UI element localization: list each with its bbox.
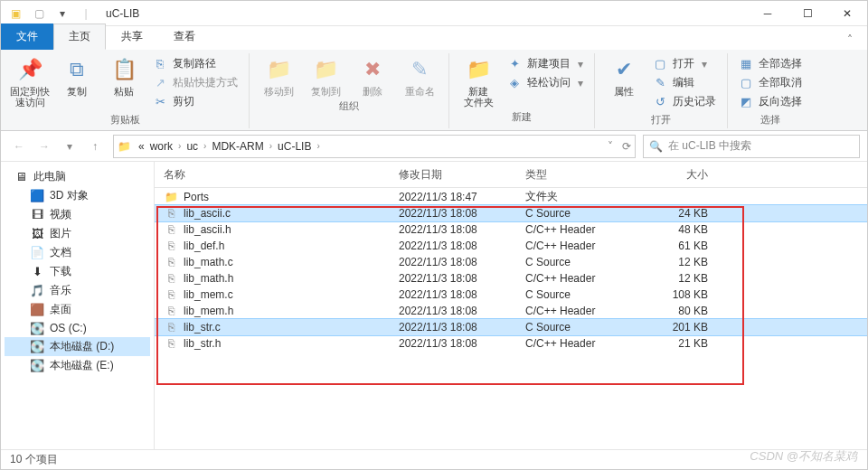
tab-view[interactable]: 查看 xyxy=(158,24,211,50)
search-box[interactable]: 🔍 在 uC-LIB 中搜索 xyxy=(643,135,860,158)
copy-to-button[interactable]: 📁复制到 xyxy=(304,53,347,97)
back-button[interactable]: ← xyxy=(8,136,30,157)
crumb-seg[interactable]: uC-LIB xyxy=(276,140,313,153)
tree-icon: 💽 xyxy=(30,321,44,335)
group-label: 剪贴板 xyxy=(110,110,140,128)
easy-icon: ◈ xyxy=(507,76,522,90)
crumb-seg[interactable]: work xyxy=(148,140,175,153)
breadcrumb[interactable]: 📁 « work› uc› MDK-ARM› uC-LIB› ˅ ⟳ xyxy=(113,135,636,158)
paste-button[interactable]: 📋 粘贴 xyxy=(102,53,146,97)
tree-node[interactable]: 📄文档 xyxy=(5,243,150,262)
file-date: 2022/11/3 18:08 xyxy=(399,288,525,301)
file-row[interactable]: ⎘lib_mem.h2022/11/3 18:08C/C++ Header80 … xyxy=(155,303,867,319)
file-type: C/C++ Header xyxy=(525,305,652,317)
select-none-button[interactable]: ▢全部取消 xyxy=(735,74,806,91)
tree-node[interactable]: 🟫桌面 xyxy=(5,300,150,319)
col-size[interactable]: 大小 xyxy=(652,167,733,183)
forward-button[interactable]: → xyxy=(33,136,55,157)
paste-shortcut-button[interactable]: ↗粘贴快捷方式 xyxy=(149,74,241,91)
status-bar: 10 个项目 xyxy=(1,449,867,469)
col-date[interactable]: 修改日期 xyxy=(399,167,525,183)
tree-node[interactable]: ⬇下载 xyxy=(5,262,150,281)
up-button[interactable]: ↑ xyxy=(84,136,106,157)
col-name[interactable]: 名称 xyxy=(164,167,399,183)
invert-selection-button[interactable]: ◩反向选择 xyxy=(735,93,806,110)
file-row[interactable]: ⎘lib_ascii.c2022/11/3 18:08C Source24 KB xyxy=(155,205,867,221)
qat-dropdown-icon[interactable]: ▾ xyxy=(53,5,71,23)
group-organize: 📁移动到 📁复制到 ✖删除 ✎重命名 组织 xyxy=(250,53,449,128)
group-select: ▦全部选择 ▢全部取消 ◩反向选择 选择 xyxy=(728,53,813,128)
tree-node[interactable]: 💽本地磁盘 (D:) xyxy=(5,337,150,356)
delete-button[interactable]: ✖删除 xyxy=(351,53,394,97)
file-row[interactable]: ⎘lib_def.h2022/11/3 18:08C/C++ Header61 … xyxy=(155,238,867,254)
maximize-button[interactable]: ☐ xyxy=(788,1,827,26)
refresh-icon[interactable]: ⟳ xyxy=(622,140,631,153)
new-item-button[interactable]: ✦新建项目▾ xyxy=(504,55,587,72)
tree-icon: 📄 xyxy=(30,246,44,260)
folder-icon: ▣ xyxy=(6,5,24,23)
ribbon-collapse-icon[interactable]: ˄ xyxy=(833,30,867,50)
file-icon: ⎘ xyxy=(164,255,178,269)
easy-access-button[interactable]: ◈轻松访问▾ xyxy=(504,74,587,91)
tree-node[interactable]: 🎵音乐 xyxy=(5,281,150,300)
col-type[interactable]: 类型 xyxy=(525,167,652,183)
tree-node[interactable]: 💽OS (C:) xyxy=(5,319,150,337)
file-row[interactable]: ⎘lib_str.c2022/11/3 18:08C Source201 KB xyxy=(155,319,867,335)
file-row[interactable]: ⎘lib_math.h2022/11/3 18:08C/C++ Header12… xyxy=(155,270,867,287)
file-icon: ⎘ xyxy=(164,320,178,334)
newfolder-icon: 📁 xyxy=(464,55,493,84)
recent-button[interactable]: ▾ xyxy=(59,136,80,157)
file-name: lib_ascii.c xyxy=(184,207,231,220)
file-row[interactable]: 📁Ports2022/11/3 18:47文件夹 xyxy=(155,188,867,205)
chevron-down-icon[interactable]: ˅ xyxy=(608,140,613,153)
tree-node[interactable]: 💽本地磁盘 (E:) xyxy=(5,356,150,375)
tree-label: 此电脑 xyxy=(33,169,66,184)
select-all-button[interactable]: ▦全部选择 xyxy=(735,55,806,72)
ribbon-tabs: 文件 主页 共享 查看 ˄ xyxy=(1,26,867,50)
file-size: 48 KB xyxy=(652,223,733,236)
new-folder-button[interactable]: 📁新建 文件夹 xyxy=(457,53,500,108)
history-button[interactable]: ↺历史记录 xyxy=(649,93,720,110)
tree-node[interactable]: 🎞视频 xyxy=(5,205,150,224)
crumb-seg[interactable]: uc xyxy=(184,140,200,153)
tree-node[interactable]: 🟦3D 对象 xyxy=(5,186,150,205)
qat-item-icon[interactable]: ▢ xyxy=(30,5,48,23)
ribbon: 📌 固定到快 速访问 ⧉ 复制 📋 粘贴 ⎘复制路径 ↗粘贴快捷方式 ✂剪切 剪… xyxy=(1,50,867,131)
chevron-right-icon: › xyxy=(176,141,183,151)
tab-file[interactable]: 文件 xyxy=(1,24,53,50)
file-type: C/C++ Header xyxy=(525,240,652,252)
tree-node[interactable]: 🖼图片 xyxy=(5,224,150,243)
open-icon: ▢ xyxy=(653,57,667,71)
nav-pane[interactable]: 🖥此电脑🟦3D 对象🎞视频🖼图片📄文档⬇下载🎵音乐🟫桌面💽OS (C:)💽本地磁… xyxy=(1,162,155,449)
tree-icon: 🖥 xyxy=(14,170,28,184)
file-date: 2022/11/3 18:08 xyxy=(399,223,525,236)
file-row[interactable]: ⎘lib_mem.c2022/11/3 18:08C Source108 KB xyxy=(155,287,867,303)
tab-home[interactable]: 主页 xyxy=(53,24,106,50)
rename-button[interactable]: ✎重命名 xyxy=(398,53,441,97)
tree-icon: ⬇ xyxy=(30,265,44,279)
copy-button[interactable]: ⧉ 复制 xyxy=(55,53,99,97)
file-row[interactable]: ⎘lib_str.h2022/11/3 18:08C/C++ Header21 … xyxy=(155,335,867,352)
file-list[interactable]: 📁Ports2022/11/3 18:47文件夹⎘lib_ascii.c2022… xyxy=(155,188,867,449)
tree-node[interactable]: 🖥此电脑 xyxy=(5,167,150,186)
copy-icon: ⧉ xyxy=(62,55,91,84)
edit-button[interactable]: ✎编辑 xyxy=(649,74,720,91)
minimize-button[interactable]: ─ xyxy=(748,1,788,26)
file-row[interactable]: ⎘lib_math.c2022/11/3 18:08C Source12 KB xyxy=(155,254,867,270)
move-to-button[interactable]: 📁移动到 xyxy=(257,53,300,97)
file-row[interactable]: ⎘lib_ascii.h2022/11/3 18:08C/C++ Header4… xyxy=(155,221,867,238)
pin-button[interactable]: 📌 固定到快 速访问 xyxy=(8,53,52,108)
window-controls: ─ ☐ ✕ xyxy=(748,1,867,26)
edit-icon: ✎ xyxy=(653,76,667,90)
open-button[interactable]: ▢打开▾ xyxy=(649,55,720,72)
shortcut-icon: ↗ xyxy=(153,76,167,90)
group-open: ✔属性 ▢打开▾ ✎编辑 ↺历史记录 打开 xyxy=(595,53,728,128)
crumb-seg[interactable]: MDK-ARM xyxy=(210,140,265,153)
chevron-right-icon: › xyxy=(202,141,208,151)
close-button[interactable]: ✕ xyxy=(827,1,867,26)
copy-path-button[interactable]: ⎘复制路径 xyxy=(149,55,241,72)
address-bar: ← → ▾ ↑ 📁 « work› uc› MDK-ARM› uC-LIB› ˅… xyxy=(1,131,867,162)
properties-button[interactable]: ✔属性 xyxy=(602,53,646,97)
cut-button[interactable]: ✂剪切 xyxy=(149,93,241,110)
tab-share[interactable]: 共享 xyxy=(106,24,158,50)
